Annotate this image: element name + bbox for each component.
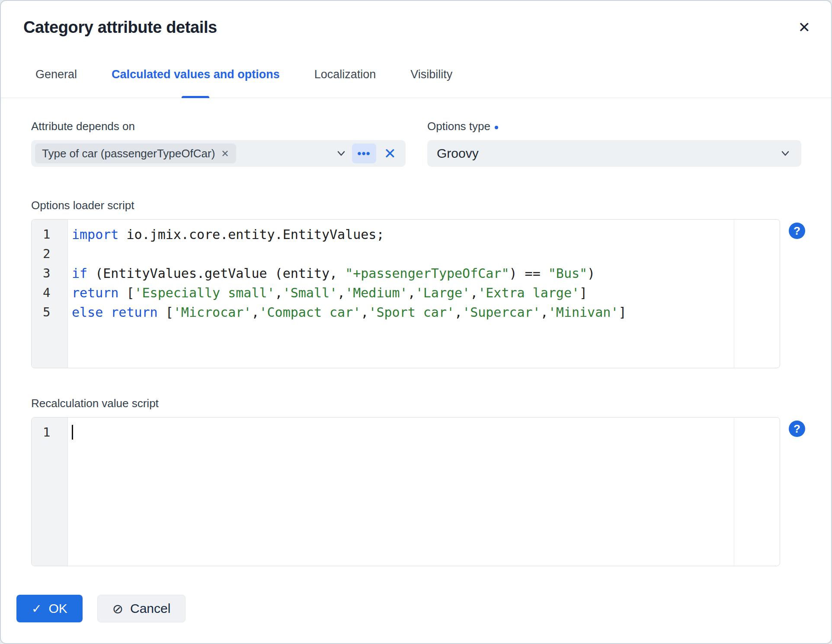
cancel-button[interactable]: ⊘ Cancel <box>97 595 186 622</box>
check-icon: ✓ <box>32 602 42 616</box>
options-loader-script-label: Options loader script <box>31 199 805 212</box>
attribute-depends-on-label-text: Attribute depends on <box>31 120 135 133</box>
code-line: return ['Especially small','Small','Medi… <box>72 283 780 303</box>
category-attribute-details-dialog: Category attribute details ✕ General Cal… <box>0 0 832 644</box>
ok-button[interactable]: ✓ OK <box>16 595 83 622</box>
options-loader-code-editor[interactable]: 12345 import io.jmix.core.entity.EntityV… <box>31 219 780 368</box>
tab-visibility[interactable]: Visibility <box>410 68 452 98</box>
code-line: if (EntityValues.getValue (entity, "+pas… <box>72 264 780 283</box>
tab-localization[interactable]: Localization <box>314 68 376 98</box>
recalculation-row: 1 ? <box>31 417 805 566</box>
tab-bar: General Calculated values and options Lo… <box>1 68 831 98</box>
chevron-down-icon[interactable] <box>779 147 792 160</box>
line-number: 4 <box>43 283 67 303</box>
tab-general[interactable]: General <box>35 68 77 98</box>
options-type-label-text: Options type <box>427 120 490 133</box>
required-indicator-dot <box>495 126 498 129</box>
line-number-gutter: 12345 <box>32 220 68 368</box>
chip-remove-icon[interactable]: ✕ <box>221 148 229 159</box>
code-lines <box>68 418 780 566</box>
recalculation-section: Recalculation value script 1 ? <box>1 397 831 566</box>
help-icon-glyph: ? <box>794 422 800 436</box>
dialog-footer: ✓ OK ⊘ Cancel <box>1 595 831 622</box>
dialog-header: Category attribute details ✕ <box>1 1 831 37</box>
line-number: 2 <box>43 244 67 264</box>
options-loader-script-label-text: Options loader script <box>31 199 134 212</box>
attribute-depends-on-field-group: Attribute depends on Type of car (passen… <box>31 120 406 167</box>
help-icon-glyph: ? <box>794 224 800 238</box>
options-type-selected-value: Groovy <box>437 146 779 161</box>
selected-value-chip-label: Type of car (passengerTypeOfCar) <box>42 147 215 160</box>
code-line: else return ['Microcar','Compact car','S… <box>72 303 780 322</box>
options-loader-row: 12345 import io.jmix.core.entity.EntityV… <box>31 219 805 368</box>
recalculation-value-script-label: Recalculation value script <box>31 397 805 410</box>
line-number: 5 <box>43 303 67 322</box>
attribute-depends-on-multiselect[interactable]: Type of car (passengerTypeOfCar) ✕ ••• ✕ <box>31 140 406 167</box>
ban-icon: ⊘ <box>112 601 123 616</box>
line-number: 1 <box>43 423 67 442</box>
code-line <box>72 423 780 442</box>
clear-icon: ✕ <box>384 145 397 162</box>
line-number: 1 <box>43 225 67 244</box>
close-icon[interactable]: ✕ <box>796 18 813 36</box>
code-lines: import io.jmix.core.entity.EntityValues;… <box>68 220 780 368</box>
code-line <box>72 244 780 264</box>
line-number: 3 <box>43 264 67 283</box>
editor-right-rule <box>734 418 734 566</box>
options-type-field-group: Options type Groovy <box>427 120 801 167</box>
help-icon[interactable]: ? <box>789 421 805 437</box>
attribute-depends-on-label: Attribute depends on <box>31 120 406 133</box>
tab-calculated-values-and-options[interactable]: Calculated values and options <box>112 68 280 98</box>
form-row: Attribute depends on Type of car (passen… <box>1 120 831 167</box>
ok-button-label: OK <box>48 601 67 616</box>
dialog-title: Category attribute details <box>23 18 217 37</box>
text-cursor <box>72 425 73 440</box>
selected-value-chip: Type of car (passengerTypeOfCar) ✕ <box>35 143 236 163</box>
recalculation-code-editor[interactable]: 1 <box>31 417 780 566</box>
cancel-button-label: Cancel <box>130 601 170 616</box>
more-options-button[interactable]: ••• <box>352 143 376 163</box>
editor-right-rule <box>734 220 734 368</box>
recalculation-value-script-label-text: Recalculation value script <box>31 397 159 410</box>
chevron-down-icon[interactable] <box>335 147 348 160</box>
options-type-label: Options type <box>427 120 801 133</box>
options-type-select[interactable]: Groovy <box>427 140 801 167</box>
help-icon[interactable]: ? <box>789 223 805 239</box>
clear-selection-button[interactable]: ✕ <box>381 145 400 162</box>
options-loader-section: Options loader script 12345 import io.jm… <box>1 199 831 368</box>
line-number-gutter: 1 <box>32 418 68 566</box>
code-line: import io.jmix.core.entity.EntityValues; <box>72 225 780 244</box>
ellipsis-icon: ••• <box>357 147 370 160</box>
